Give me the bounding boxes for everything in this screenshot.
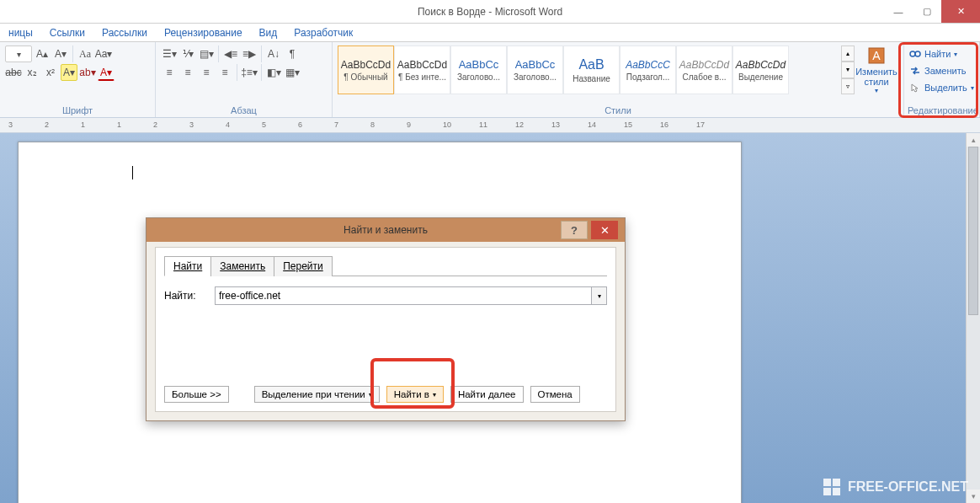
find-label: Найти: bbox=[164, 290, 215, 302]
change-styles-icon: A bbox=[867, 46, 886, 65]
dialog-tab-find[interactable]: Найти bbox=[164, 256, 211, 276]
window-title: Поиск в Ворде - Microsoft Word bbox=[418, 6, 562, 18]
shading[interactable]: ◧▾ bbox=[265, 64, 282, 81]
style-emphasis[interactable]: AaBbCcDdВыделение bbox=[732, 45, 789, 94]
find-history-dropdown[interactable]: ▾ bbox=[591, 287, 606, 304]
indent-inc[interactable]: ≡▶ bbox=[241, 45, 258, 62]
dialog-tab-replace[interactable]: Заменить bbox=[210, 256, 274, 276]
maximize-button[interactable]: ▢ bbox=[913, 0, 941, 23]
change-case[interactable]: Aa▾ bbox=[95, 45, 112, 62]
more-button[interactable]: Больше >> bbox=[164, 386, 229, 403]
svg-rect-7 bbox=[833, 488, 840, 495]
highlight-color[interactable]: A▾ bbox=[61, 64, 77, 81]
sort[interactable]: A↓ bbox=[265, 45, 282, 62]
clear-format[interactable]: Aa bbox=[77, 45, 93, 62]
styles-scroll[interactable]: ▴▾▿ bbox=[841, 45, 855, 94]
vertical-scrollbar[interactable]: ▴ ▾ bbox=[966, 133, 980, 503]
cancel-button[interactable]: Отмена bbox=[530, 386, 580, 403]
svg-point-3 bbox=[915, 51, 920, 56]
style-title[interactable]: AаBНазвание bbox=[563, 45, 620, 94]
editing-group: Найти▾ Заменить Выделить▾ Редактирование bbox=[904, 42, 980, 117]
find-input[interactable] bbox=[216, 287, 591, 304]
select-button[interactable]: Выделить▾ bbox=[908, 79, 976, 96]
ruler-tick: 17 bbox=[696, 120, 705, 129]
show-marks[interactable]: ¶ bbox=[284, 45, 301, 62]
svg-rect-5 bbox=[833, 479, 840, 486]
ruler-tick: 12 bbox=[515, 120, 524, 129]
find-in-button[interactable]: Найти в ▾ bbox=[386, 386, 444, 403]
ruler-tick: 11 bbox=[479, 120, 487, 129]
styles-group: AaBbCcDd¶ Обычный AaBbCcDd¶ Без инте... … bbox=[333, 42, 904, 117]
svg-rect-6 bbox=[823, 488, 831, 495]
bullets[interactable]: ☰▾ bbox=[161, 45, 178, 62]
dialog-tab-goto[interactable]: Перейти bbox=[274, 256, 333, 276]
subscript[interactable]: x₂ bbox=[24, 64, 40, 81]
indent-dec[interactable]: ◀≡ bbox=[222, 45, 239, 62]
dialog-title: Найти и заменить bbox=[344, 224, 428, 236]
style-heading2[interactable]: AaBbCcЗаголово... bbox=[507, 45, 563, 94]
tab-links[interactable]: Ссылки bbox=[41, 24, 93, 41]
style-subtitle[interactable]: AaBbCcСПодзагол... bbox=[620, 45, 676, 94]
windows-icon bbox=[823, 478, 841, 496]
align-left[interactable]: ≡ bbox=[161, 64, 178, 81]
para-group-label: Абзац bbox=[161, 105, 327, 116]
ruler-tick: 3 bbox=[189, 120, 194, 129]
font-color[interactable]: A▾ bbox=[98, 64, 115, 81]
tab-mailings[interactable]: Рассылки bbox=[93, 24, 156, 41]
tab-pages[interactable]: ницы bbox=[0, 24, 41, 41]
ruler-tick: 9 bbox=[407, 120, 411, 129]
titlebar: Поиск в Ворде - Microsoft Word — ▢ ✕ bbox=[0, 0, 980, 24]
svg-rect-4 bbox=[823, 479, 831, 486]
find-next-button[interactable]: Найти далее bbox=[450, 386, 524, 403]
align-justify[interactable]: ≡ bbox=[216, 64, 233, 81]
tab-review[interactable]: Рецензирование bbox=[156, 24, 251, 41]
style-normal[interactable]: AaBbCcDd¶ Обычный bbox=[338, 45, 394, 94]
scroll-thumb[interactable] bbox=[968, 147, 978, 315]
horizontal-ruler[interactable]: 3211234567891011121314151617 bbox=[0, 118, 980, 133]
binoculars-icon bbox=[909, 48, 921, 60]
style-nospacing[interactable]: AaBbCcDd¶ Без инте... bbox=[394, 45, 450, 94]
dialog-help-button[interactable]: ? bbox=[561, 221, 588, 239]
superscript[interactable]: x² bbox=[42, 64, 59, 81]
ribbon-tabs: ницы Ссылки Рассылки Рецензирование Вид … bbox=[0, 24, 980, 42]
dialog-titlebar[interactable]: Найти и заменить ? ✕ bbox=[146, 218, 625, 242]
select-icon bbox=[909, 82, 921, 94]
numbering[interactable]: ⅟▾ bbox=[179, 45, 196, 62]
text-effects[interactable]: ab▾ bbox=[79, 64, 96, 81]
dialog-close-button[interactable]: ✕ bbox=[591, 221, 618, 239]
replace-icon bbox=[909, 65, 921, 77]
find-button[interactable]: Найти▾ bbox=[908, 45, 976, 62]
ruler-tick: 1 bbox=[117, 120, 121, 129]
ruler-tick: 1 bbox=[81, 120, 85, 129]
strike[interactable]: abc bbox=[5, 64, 22, 81]
style-subtle[interactable]: AaBbCcDdСлабое в... bbox=[676, 45, 732, 94]
multilevel[interactable]: ▤▾ bbox=[198, 45, 215, 62]
ruler-tick: 13 bbox=[551, 120, 560, 129]
close-button[interactable]: ✕ bbox=[941, 0, 980, 23]
ruler-tick: 5 bbox=[262, 120, 266, 129]
ruler-tick: 10 bbox=[443, 120, 451, 129]
line-spacing[interactable]: ‡≡▾ bbox=[241, 64, 258, 81]
shrink-font[interactable]: A▾ bbox=[52, 45, 69, 62]
ruler-tick: 14 bbox=[588, 120, 596, 129]
change-styles-button[interactable]: A Изменить стили▾ bbox=[855, 45, 898, 94]
editing-group-label: Редактирование bbox=[908, 105, 976, 116]
tab-view[interactable]: Вид bbox=[251, 24, 286, 41]
ruler-tick: 6 bbox=[298, 120, 302, 129]
text-cursor bbox=[132, 166, 133, 179]
reading-highlight-button[interactable]: Выделение при чтении ▾ bbox=[254, 386, 380, 403]
font-size-box[interactable]: ▾ bbox=[5, 45, 32, 62]
align-right[interactable]: ≡ bbox=[198, 64, 215, 81]
ruler-tick: 15 bbox=[624, 120, 632, 129]
minimize-button[interactable]: — bbox=[884, 0, 913, 23]
style-heading1[interactable]: AaBbCcЗаголово... bbox=[450, 45, 507, 94]
align-center[interactable]: ≡ bbox=[179, 64, 196, 81]
ruler-tick: 16 bbox=[660, 120, 668, 129]
replace-button[interactable]: Заменить bbox=[908, 62, 976, 79]
borders[interactable]: ▦▾ bbox=[284, 64, 301, 81]
watermark: FREE-OFFICE.NET bbox=[823, 478, 968, 496]
grow-font[interactable]: A▴ bbox=[34, 45, 51, 62]
ruler-tick: 3 bbox=[8, 120, 13, 129]
tab-developer[interactable]: Разработчик bbox=[285, 24, 361, 41]
ruler-tick: 4 bbox=[226, 120, 230, 129]
